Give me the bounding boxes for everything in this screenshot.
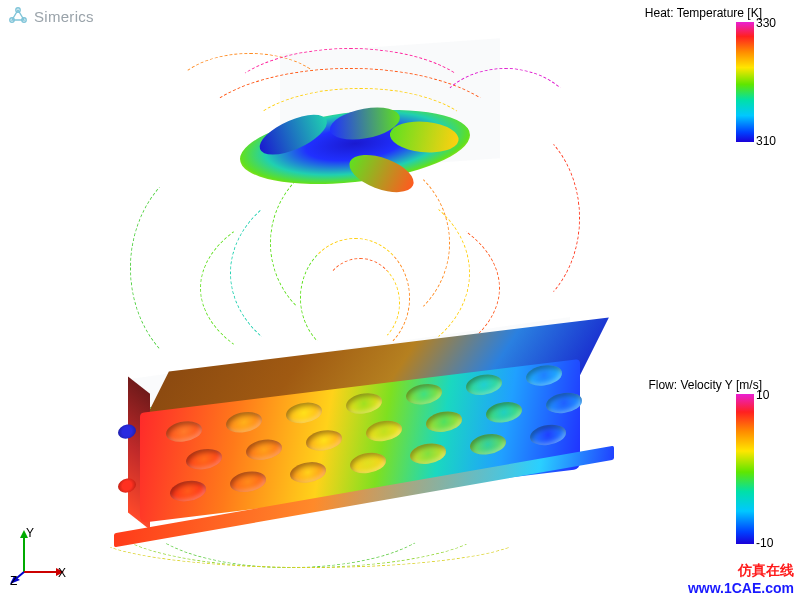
legend-max: 10 [756, 388, 784, 402]
watermark-line2: www.1CAE.com [688, 580, 794, 596]
colorbar-temperature: 330 310 [736, 22, 754, 142]
brand-logo: Simerics [8, 6, 94, 26]
fan-impeller [240, 92, 470, 204]
legend-max: 330 [756, 16, 784, 30]
watermark-line1: 仿真在线 [688, 562, 794, 580]
legend-title: Flow: Velocity Y [m/s] [648, 378, 762, 392]
legend-velocity: Flow: Velocity Y [m/s] 10 -10 [648, 378, 762, 548]
axis-x-label: X [58, 566, 66, 580]
legend-temperature: Heat: Temperature [K] 330 310 [645, 6, 762, 146]
simulation-scene[interactable] [70, 28, 630, 578]
colorbar-velocity: 10 -10 [736, 394, 754, 544]
legend-min: -10 [756, 536, 784, 550]
axis-y-label: Y [26, 526, 34, 540]
axes-triad: Y X Z [10, 524, 70, 584]
brand-text: Simerics [34, 8, 94, 25]
legend-title: Heat: Temperature [K] [645, 6, 762, 20]
cfd-viewport[interactable]: Simerics Heat: Temperature [K] 330 310 F… [0, 0, 800, 600]
axis-z-label: Z [10, 574, 17, 588]
legend-min: 310 [756, 134, 784, 148]
simerics-logo-icon [8, 6, 28, 26]
heatsink [140, 321, 580, 525]
watermark: 仿真在线 www.1CAE.com [688, 562, 794, 596]
